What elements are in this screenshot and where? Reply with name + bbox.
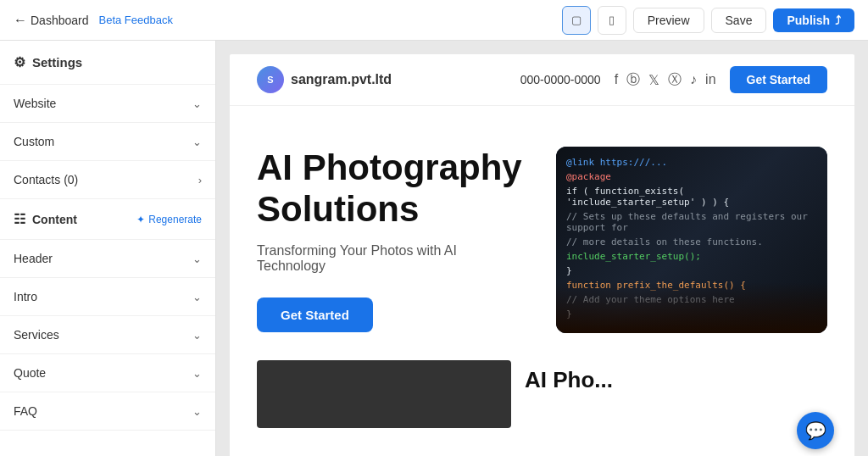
back-label: Dashboard — [31, 14, 89, 27]
tiktok-icon[interactable]: ♪ — [690, 72, 697, 87]
code-line-6: include_starter_setup(); — [566, 251, 817, 262]
accordion-faq: FAQ ⌄ — [0, 392, 215, 431]
chevron-down-icon: ⌄ — [192, 405, 202, 418]
code-line-1: @link https:///... — [566, 157, 817, 168]
accordion-header-label: Header — [14, 252, 53, 265]
accordion-custom: Custom ⌄ — [0, 123, 215, 161]
bottom-heading: AI Pho... — [525, 367, 827, 393]
hero-section: AI Photography Solutions Transforming Yo… — [230, 106, 854, 360]
hero-title-line2: Solutions — [257, 189, 419, 229]
chevron-down-icon: ⌄ — [192, 291, 202, 303]
settings-label: Settings — [32, 55, 82, 70]
bottom-image-placeholder — [257, 360, 511, 428]
accordion-quote: Quote ⌄ — [0, 354, 215, 392]
hero-cta-button[interactable]: Get Started — [257, 298, 373, 332]
accordion-quote-label: Quote — [14, 366, 46, 380]
accordion-services-label: Services — [14, 328, 59, 342]
logo-image: S — [257, 66, 284, 93]
accordion-header-header[interactable]: Header ⌄ — [0, 240, 215, 277]
preview-button[interactable]: Preview — [633, 8, 704, 33]
back-arrow-icon: ← — [14, 13, 27, 28]
topbar: ← Dashboard Beta Feedback ▢ ▯ Preview Sa… — [0, 0, 868, 41]
regenerate-label: Regenerate — [148, 214, 202, 225]
topbar-left: ← Dashboard Beta Feedback — [14, 13, 173, 28]
accordion-contacts: Contacts (0) › — [0, 161, 215, 199]
content-label: Content — [32, 213, 77, 226]
code-line-4: // Sets up these defaults and registers … — [566, 211, 817, 233]
hero-text: AI Photography Solutions Transforming Yo… — [257, 147, 522, 332]
accordion-website-header[interactable]: Website ⌄ — [0, 85, 215, 122]
social-icons: f ⓑ 𝕏 Ⓧ ♪ in — [615, 71, 716, 89]
content-icon: ☷ — [14, 211, 25, 227]
accordion-website-label: Website — [14, 97, 56, 110]
publish-icon: ⤴ — [835, 14, 841, 27]
site-phone: 000-0000-0000 — [520, 73, 601, 86]
accordion-faq-label: FAQ — [14, 404, 37, 418]
accordion-quote-header[interactable]: Quote ⌄ — [0, 354, 215, 392]
code-line-5: // more details on these functions. — [566, 236, 817, 247]
publish-label: Publish — [787, 14, 830, 27]
accordion-custom-header[interactable]: Custom ⌄ — [0, 123, 215, 160]
beta-feedback-link[interactable]: Beta Feedback — [99, 14, 173, 26]
code-line-3: if ( function_exists( 'include_starter_s… — [566, 186, 817, 208]
accordion-intro-label: Intro — [14, 290, 37, 303]
settings-header: ⚙ Settings — [0, 41, 215, 85]
site-nav: 000-0000-0000 f ⓑ 𝕏 Ⓧ ♪ in Get Started — [520, 66, 827, 93]
accordion-website: Website ⌄ — [0, 85, 215, 123]
accordion-services-header[interactable]: Services ⌄ — [0, 316, 215, 353]
website-preview: S sangram.pvt.ltd 000-0000-0000 f ⓑ 𝕏 Ⓧ … — [230, 54, 854, 456]
sidebar: ⚙ Settings Website ⌄ Custom ⌄ Contacts (… — [0, 41, 216, 456]
code-line-7: } — [566, 265, 817, 276]
instagram-icon[interactable]: ⓑ — [626, 71, 640, 89]
sparkle-icon: ✦ — [136, 214, 145, 225]
chat-icon: 💬 — [805, 420, 826, 441]
publish-button[interactable]: Publish ⤴ — [773, 8, 854, 32]
site-get-started-button[interactable]: Get Started — [730, 66, 827, 93]
mobile-icon: ▯ — [609, 14, 615, 26]
regenerate-button[interactable]: ✦ Regenerate — [136, 214, 202, 225]
back-button[interactable]: ← Dashboard — [14, 13, 89, 28]
accordion-custom-label: Custom — [14, 135, 54, 148]
site-header: S sangram.pvt.ltd 000-0000-0000 f ⓑ 𝕏 Ⓧ … — [230, 54, 854, 106]
accordion-intro-header[interactable]: Intro ⌄ — [0, 278, 215, 315]
content-title: ☷ Content — [14, 211, 77, 227]
mobile-view-button[interactable]: ▯ — [598, 6, 626, 35]
main-layout: ⚙ Settings Website ⌄ Custom ⌄ Contacts (… — [0, 41, 868, 456]
chevron-down-icon: ⌄ — [192, 329, 202, 342]
desktop-view-button[interactable]: ▢ — [562, 6, 591, 35]
accordion-intro: Intro ⌄ — [0, 278, 215, 316]
keyboard-gradient — [556, 282, 827, 333]
save-button[interactable]: Save — [711, 8, 767, 33]
chat-button[interactable]: 💬 — [797, 412, 834, 449]
hero-image: @link https:///... @package if ( functio… — [556, 147, 827, 333]
facebook-icon[interactable]: f — [615, 72, 618, 87]
twitter-icon[interactable]: 𝕏 — [648, 72, 659, 88]
topbar-right: ▢ ▯ Preview Save Publish ⤴ — [562, 6, 854, 35]
hero-subtitle: Transforming Your Photos with AI Technol… — [257, 243, 522, 274]
accordion-header: Header ⌄ — [0, 240, 215, 278]
site-logo: S sangram.pvt.ltd — [257, 66, 392, 93]
logo-initials: S — [267, 75, 273, 85]
main-content: S sangram.pvt.ltd 000-0000-0000 f ⓑ 𝕏 Ⓧ … — [216, 41, 868, 456]
chevron-down-icon: ⌄ — [192, 253, 202, 265]
gear-icon: ⚙ — [14, 54, 25, 70]
code-background: @link https:///... @package if ( functio… — [556, 147, 827, 333]
code-line-2: @package — [566, 171, 817, 182]
accordion-contacts-header[interactable]: Contacts (0) › — [0, 161, 215, 198]
hero-title-line1: AI Photography — [257, 147, 522, 187]
chevron-down-icon: ⌄ — [192, 367, 202, 380]
accordion-contacts-label: Contacts (0) — [14, 173, 78, 186]
desktop-icon: ▢ — [571, 14, 581, 26]
chevron-right-icon: › — [198, 174, 202, 186]
chevron-down-icon: ⌄ — [192, 136, 202, 148]
bottom-preview: AI Pho... — [230, 360, 854, 448]
site-name: sangram.pvt.ltd — [291, 72, 392, 87]
hero-title: AI Photography Solutions — [257, 147, 522, 230]
accordion-services: Services ⌄ — [0, 316, 215, 354]
pinterest-icon[interactable]: Ⓧ — [668, 71, 682, 89]
linkedin-icon[interactable]: in — [705, 72, 715, 87]
content-section-header: ☷ Content ✦ Regenerate — [0, 199, 215, 240]
accordion-faq-header[interactable]: FAQ ⌄ — [0, 392, 215, 430]
chevron-down-icon: ⌄ — [192, 97, 202, 110]
bottom-text-preview: AI Pho... — [525, 360, 827, 393]
